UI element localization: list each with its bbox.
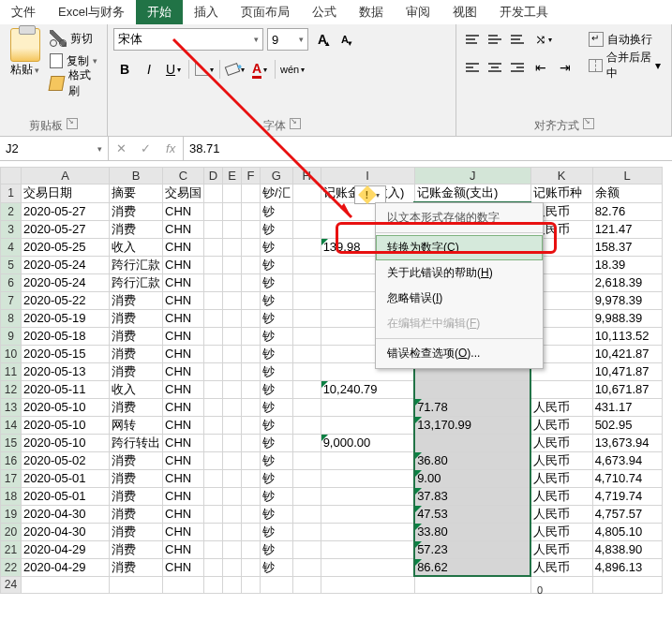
- dialog-launcher-icon[interactable]: [67, 118, 78, 129]
- cell[interactable]: [110, 576, 163, 593]
- cell[interactable]: 86.62: [414, 558, 530, 576]
- dialog-launcher-icon[interactable]: [290, 118, 301, 129]
- increase-font-button[interactable]: A▴: [312, 28, 333, 51]
- cell[interactable]: 2,618.39: [592, 273, 662, 291]
- cell[interactable]: 钞: [261, 380, 293, 398]
- cell[interactable]: 钞: [261, 505, 293, 523]
- phonetic-button[interactable]: wén▾: [279, 58, 306, 81]
- cell[interactable]: [292, 416, 321, 434]
- tab-审阅[interactable]: 审阅: [395, 0, 441, 24]
- cell[interactable]: [223, 185, 242, 203]
- cell[interactable]: [292, 576, 321, 593]
- cell[interactable]: [204, 380, 223, 398]
- row-header-15[interactable]: 15: [1, 434, 22, 451]
- cell[interactable]: [242, 220, 261, 238]
- cell[interactable]: 跨行转出: [110, 434, 163, 451]
- cell[interactable]: [204, 558, 223, 576]
- row-header-8[interactable]: 8: [1, 309, 22, 327]
- cell[interactable]: 交易国: [163, 185, 204, 203]
- decrease-font-button[interactable]: A▾: [335, 28, 355, 51]
- cell[interactable]: 2020-05-24: [22, 256, 110, 273]
- cell[interactable]: [592, 576, 662, 593]
- cell[interactable]: [242, 345, 261, 362]
- cell[interactable]: CHN: [163, 238, 204, 256]
- cell[interactable]: 记账金额(支出): [414, 185, 530, 203]
- row-header-24[interactable]: 24: [1, 576, 22, 593]
- align-center-button[interactable]: [485, 57, 505, 78]
- cell[interactable]: [223, 434, 242, 451]
- row-header-20[interactable]: 20: [1, 523, 22, 540]
- cell[interactable]: [204, 345, 223, 362]
- row-header-7[interactable]: 7: [1, 291, 22, 309]
- col-header-B[interactable]: B: [110, 168, 163, 185]
- cell[interactable]: [204, 185, 223, 203]
- cell[interactable]: 2020-05-27: [22, 220, 110, 238]
- tab-公式[interactable]: 公式: [301, 0, 348, 24]
- row-header-1[interactable]: 1: [1, 185, 22, 203]
- cell[interactable]: 人民币: [530, 451, 592, 469]
- cell[interactable]: CHN: [163, 505, 204, 523]
- cell[interactable]: CHN: [163, 202, 204, 220]
- cell[interactable]: 37.83: [414, 487, 530, 505]
- cell[interactable]: 2020-05-15: [22, 345, 110, 362]
- name-box[interactable]: J2▾: [0, 137, 109, 160]
- cell[interactable]: CHN: [163, 487, 204, 505]
- cell[interactable]: 记账币种: [530, 185, 592, 203]
- cell[interactable]: [242, 309, 261, 327]
- menu-item[interactable]: 转换为数字(C): [376, 235, 543, 260]
- cell[interactable]: [242, 202, 261, 220]
- cell[interactable]: 158.37: [592, 238, 662, 256]
- cell[interactable]: 71.78: [414, 398, 530, 416]
- cell[interactable]: 2020-05-01: [22, 487, 110, 505]
- cell[interactable]: 2020-05-18: [22, 327, 110, 345]
- cell[interactable]: [292, 434, 321, 451]
- error-smart-tag[interactable]: ! ▾: [354, 185, 386, 204]
- cell[interactable]: CHN: [163, 345, 204, 362]
- cell[interactable]: CHN: [163, 291, 204, 309]
- cell[interactable]: CHN: [163, 451, 204, 469]
- cell[interactable]: 10,471.87: [592, 362, 662, 380]
- cell[interactable]: 10,240.79: [321, 380, 414, 398]
- cell[interactable]: CHN: [163, 469, 204, 487]
- cell[interactable]: 2020-04-29: [22, 558, 110, 576]
- cell[interactable]: 2020-04-30: [22, 505, 110, 523]
- cell[interactable]: 82.76: [592, 202, 662, 220]
- cell[interactable]: 2020-04-29: [22, 540, 110, 558]
- cell[interactable]: [223, 380, 242, 398]
- cell[interactable]: 10,113.52: [592, 327, 662, 345]
- cell[interactable]: [204, 576, 223, 593]
- cell[interactable]: [292, 451, 321, 469]
- cell[interactable]: [242, 416, 261, 434]
- align-top-button[interactable]: [462, 29, 483, 50]
- row-header-4[interactable]: 4: [1, 238, 22, 256]
- cell[interactable]: 钞: [261, 238, 293, 256]
- cell[interactable]: [163, 576, 204, 593]
- cell[interactable]: [204, 398, 223, 416]
- cell[interactable]: [223, 416, 242, 434]
- cell[interactable]: 人民币: [530, 416, 592, 434]
- cell[interactable]: [321, 576, 414, 593]
- row-header-12[interactable]: 12: [1, 380, 22, 398]
- cell[interactable]: 2020-05-10: [22, 416, 110, 434]
- cell[interactable]: 消费: [110, 487, 163, 505]
- row-header-18[interactable]: 18: [1, 487, 22, 505]
- cell[interactable]: CHN: [163, 540, 204, 558]
- cell[interactable]: [204, 469, 223, 487]
- cell[interactable]: 10,671.87: [592, 380, 662, 398]
- cell[interactable]: [321, 398, 414, 416]
- cell[interactable]: 4,757.57: [592, 505, 662, 523]
- cell[interactable]: [204, 220, 223, 238]
- decrease-indent-button[interactable]: ⇤: [530, 56, 552, 79]
- cell[interactable]: [242, 451, 261, 469]
- cell[interactable]: [223, 220, 242, 238]
- col-header-D[interactable]: D: [204, 168, 223, 185]
- cell[interactable]: 钞: [261, 273, 293, 291]
- cell[interactable]: [292, 256, 321, 273]
- cell[interactable]: 钞/汇: [261, 185, 293, 203]
- cell[interactable]: 消费: [110, 540, 163, 558]
- cell[interactable]: [530, 380, 592, 398]
- cell[interactable]: [223, 540, 242, 558]
- cell[interactable]: [242, 185, 261, 203]
- cell[interactable]: [292, 505, 321, 523]
- cell[interactable]: [292, 469, 321, 487]
